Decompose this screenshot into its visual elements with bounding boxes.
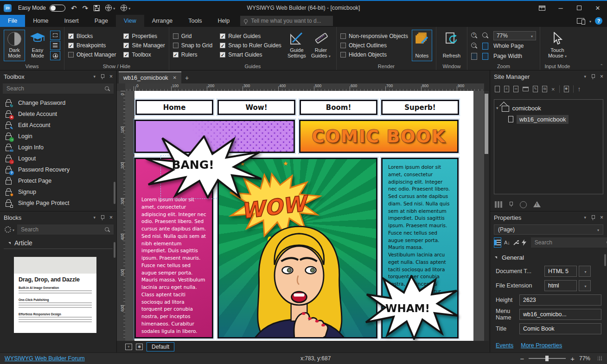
toolbox-item-protect-page[interactable]: Protect Page [0, 175, 116, 186]
wham-starburst[interactable]: WHAM! [365, 275, 459, 340]
blocks-search-input[interactable] [21, 226, 105, 233]
page-width-label[interactable]: Page Width [493, 53, 536, 59]
delete-page-icon[interactable]: × [551, 86, 555, 93]
blocks-scrollbar[interactable] [114, 242, 115, 258]
nav-button-superb[interactable]: Superb! [381, 100, 459, 115]
zoom-slider-thumb[interactable] [545, 356, 549, 361]
redo-icon[interactable]: ↷ [83, 5, 89, 12]
canvas-vertical-scrollbar[interactable] [484, 91, 489, 341]
tools-button[interactable] [513, 237, 519, 248]
toolbox-item-signup[interactable]: ✱Signup [0, 186, 116, 198]
fullscreen-button[interactable] [50, 31, 60, 40]
height-field[interactable] [519, 294, 601, 306]
nav-button-wow[interactable]: Wow! [217, 100, 295, 115]
devices-dropdown-icon[interactable] [588, 18, 591, 24]
checkbox-rulers[interactable]: ✓Rulers [173, 50, 212, 59]
maximize-button[interactable] [570, 1, 588, 15]
properties-pin-icon[interactable] [591, 215, 595, 220]
properties-scrollbar[interactable] [604, 254, 606, 266]
refresh-button[interactable]: Refresh [440, 30, 463, 61]
ruler-guides-button[interactable]: Ruler Guides [309, 30, 332, 61]
toolbox-item-single-page-protect[interactable]: Single Page Protect [0, 198, 116, 209]
comic-book-banner[interactable]: COMIC BOOK [299, 120, 459, 153]
properties-search[interactable] [531, 237, 607, 248]
edit-page-icon[interactable]: ✎ [533, 86, 538, 92]
recent-pages-icon[interactable] [520, 201, 527, 208]
copy-page-icon[interactable]: ≡ [504, 86, 509, 92]
toolbox-scrollbar[interactable] [114, 182, 115, 204]
categorized-view-button[interactable] [494, 237, 501, 248]
site-manager-close-icon[interactable]: × [600, 74, 603, 79]
title-field[interactable] [519, 323, 601, 334]
dark-mode-button[interactable]: Dark Mode [4, 30, 25, 61]
scrollbar-thumb[interactable] [485, 94, 488, 154]
checkbox-breakpoints[interactable]: ✓Breakpoints [68, 41, 116, 50]
checkbox-smart-guides[interactable]: ✓Smart Guides [220, 50, 281, 59]
tell-me-search[interactable]: Tell me what you want to d... [240, 16, 333, 26]
checkbox-site-manager[interactable]: ✓Site Manager [123, 41, 165, 50]
more-properties-link[interactable]: More Properties [521, 342, 562, 349]
issues-icon[interactable] [533, 201, 541, 207]
manage-breakpoints-icon[interactable]: ✱ [136, 344, 143, 350]
tree-node-root[interactable]: ▾ comicbook [496, 102, 601, 114]
tab-file[interactable]: File [0, 15, 25, 27]
checkbox-non-responsive-objects[interactable]: Non-responsive Objects [340, 32, 408, 41]
toolbox-menu-icon[interactable]: ▾ [93, 74, 96, 79]
zoom-slider[interactable] [529, 358, 566, 359]
checkbox-object-outlines[interactable]: Object Outlines [340, 41, 408, 50]
zoom-reset-icon[interactable] [482, 32, 489, 39]
page-surface[interactable]: Home Wow! Boom! Superb! COMIC BOOK Lorem… [134, 91, 473, 341]
close-button[interactable]: ✕ [588, 1, 607, 15]
pin-pages-icon[interactable] [509, 201, 513, 207]
nav-button-boom[interactable]: Boom! [300, 100, 377, 115]
zoom-in-icon[interactable]: + [471, 32, 478, 39]
save-icon[interactable] [94, 5, 100, 11]
blocks-close-icon[interactable]: × [109, 215, 113, 220]
toolbox-search[interactable] [3, 83, 114, 94]
app-icon[interactable]: 20 [4, 4, 12, 12]
properties-search-input[interactable] [535, 239, 607, 246]
menu-name-field[interactable] [519, 309, 601, 320]
toolbox-item-logout[interactable]: →Logout [0, 153, 116, 164]
toolbox-close-icon[interactable]: × [109, 74, 113, 79]
blocks-gear-icon[interactable] [5, 226, 11, 233]
new-tab-icon[interactable]: + [185, 74, 189, 83]
folder-icon[interactable] [523, 87, 529, 91]
events-view-button[interactable] [522, 237, 526, 248]
preview-browser-icon[interactable] [105, 5, 112, 11]
blocks-pin-icon[interactable] [100, 215, 105, 220]
document-tab-active[interactable]: wb16_comicbook ✕ [119, 71, 181, 83]
toolbox-item-delete-account[interactable]: ×Delete Account [0, 109, 116, 120]
checkbox-snap-to-grid[interactable]: Snap to Grid [173, 41, 212, 50]
touch-mouse-button[interactable]: Touch Mouse [544, 30, 571, 61]
checkbox-properties[interactable]: ✓Properties [123, 32, 165, 41]
checkbox-grid[interactable]: Grid [173, 32, 212, 41]
page-width-icon[interactable] [482, 53, 488, 60]
breakpoint-default-button[interactable]: Default [147, 342, 174, 351]
quick-access-customize-icon[interactable] [127, 5, 130, 11]
guide-settings-button[interactable]: Guide Settings [284, 30, 309, 61]
tab-help[interactable]: Help [210, 15, 238, 27]
block-thumbnail-article[interactable]: Drag, Drop, and Dazzle Built-in AI Image… [14, 257, 96, 333]
toolbox-search-input[interactable] [6, 85, 105, 92]
file-extension-dropdown[interactable] [579, 280, 591, 291]
checkbox-ruler-guides[interactable]: ✓Ruler Guides [220, 32, 281, 41]
whole-page-label[interactable]: Whole Page [493, 43, 536, 49]
alphabetical-sort-button[interactable]: A↓ [504, 237, 510, 248]
toolbox-item-login-info[interactable]: abLogin Info [0, 142, 116, 153]
whole-page-icon[interactable] [482, 43, 488, 50]
notes-button[interactable]: Notes [412, 30, 432, 61]
checkbox-toolbox[interactable]: ✓Toolbox [123, 50, 165, 59]
resize-grip[interactable] [598, 356, 602, 361]
minimize-button[interactable]: ─ [551, 1, 570, 15]
tab-close-icon[interactable]: ✕ [173, 76, 177, 80]
toolbox-item-change-password[interactable]: ↻Change Password [0, 97, 116, 109]
undo-icon[interactable]: ↶ [71, 5, 77, 12]
easy-mode-toggle[interactable] [50, 5, 65, 12]
properties-menu-icon[interactable]: ▾ [584, 215, 586, 220]
document-type-dropdown[interactable] [579, 266, 591, 277]
zoom-100-icon[interactable] [471, 53, 477, 60]
tab-insert[interactable]: Insert [57, 15, 87, 27]
tree-node-page[interactable]: wb16_comicbook [496, 114, 601, 125]
devices-icon[interactable] [577, 18, 584, 24]
